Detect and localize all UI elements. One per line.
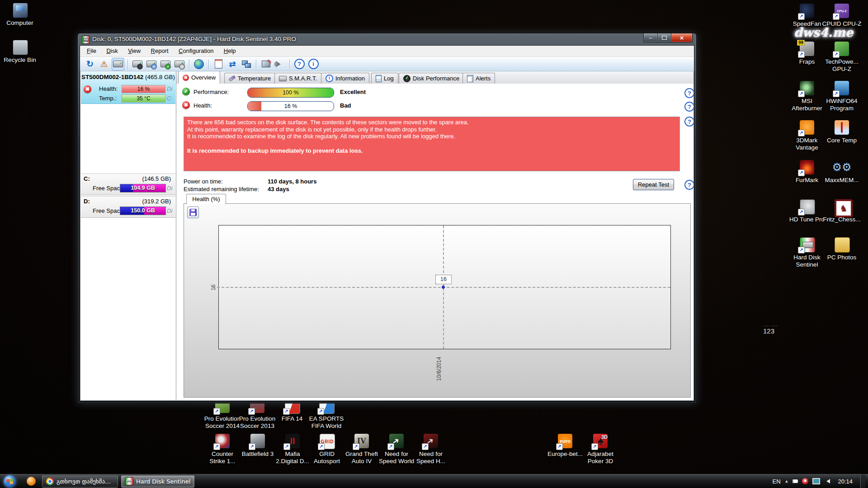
tab-temperature[interactable]: Temperature (224, 73, 275, 84)
check-badge-icon: ✓ (165, 64, 171, 70)
disk-performance-button[interactable] (131, 58, 144, 70)
language-indicator[interactable]: EN (772, 478, 780, 485)
desktop-icon-label: MaxxMEM... (819, 177, 864, 184)
show-hidden-icons-arrow[interactable]: ▲ (785, 479, 789, 483)
desktop-icon-computer[interactable]: Computer (0, 3, 42, 27)
network-tray-icon[interactable] (812, 478, 820, 484)
info-icon: i (308, 59, 319, 69)
help-button[interactable]: ? (293, 58, 306, 70)
save-chart-button[interactable] (187, 206, 199, 218)
sidebar-health-bar: 16 % (122, 85, 165, 93)
hd-sentinel-error-tray-icon[interactable]: ✖ (802, 478, 808, 484)
gauge-icon (403, 75, 410, 82)
tab-label: Alerts (476, 75, 491, 82)
desktop-icon-label: Computer (0, 19, 42, 27)
health-chart-plot[interactable]: 16 (218, 225, 671, 349)
disk-history-button[interactable] (145, 58, 158, 70)
menu-file[interactable]: File (83, 46, 100, 56)
report-problem-button[interactable] (98, 58, 110, 70)
show-desktop-button[interactable] (860, 474, 865, 488)
title-bar[interactable]: Disk: 0, ST500DM002-1BD142 [Z2AP4GJE] - … (78, 33, 696, 45)
taskbar-button-hd-sentinel[interactable]: Hard Disk Sentinel (121, 475, 194, 488)
tab-label: Log (384, 75, 394, 82)
volume-tray-icon[interactable] (824, 479, 830, 483)
desktop-icon-cpuz[interactable]: CPU-Z↗ CPUID CPU-Z (819, 4, 864, 28)
remote-computers-button[interactable] (240, 58, 253, 70)
desktop-icon-europebet[interactable]: euro↗ Europe-bet... (545, 434, 585, 458)
app-icon (82, 36, 90, 44)
error-icon (183, 75, 189, 81)
desktop-icon-adjarabet[interactable]: ♠3D↗ Adjarabet Poker 3D (580, 434, 621, 465)
minimize-button[interactable]: – (643, 33, 658, 42)
network-disks-button[interactable] (193, 58, 205, 70)
tab-label: Temperature (238, 75, 271, 82)
document-icon (215, 59, 222, 69)
desktop-icon-label: EA SPORTS FIFA World (304, 415, 349, 430)
desktop-icon-hwinfo64[interactable]: ↗ HWiNFO64 Program (819, 81, 864, 112)
refresh-button[interactable] (84, 58, 96, 70)
tab-overview[interactable]: Overview (178, 71, 220, 84)
maximize-button[interactable] (658, 33, 671, 42)
partition-size: (319.2 GB) (142, 198, 171, 205)
taskbar-orange-app-icon[interactable] (27, 477, 36, 486)
settings-button[interactable] (259, 58, 272, 70)
desktop-icon-gpuz[interactable]: ↗ TechPowe... GPU-Z (819, 42, 864, 73)
report-button[interactable] (212, 58, 225, 70)
desktop-icon-label: Core Temp (819, 137, 864, 144)
tab-information[interactable]: Information (321, 73, 369, 84)
clipped-text: C: (167, 95, 173, 102)
free-space-label: Free Space (93, 185, 123, 192)
log-document-icon (376, 75, 382, 82)
sidebar-disk-entry[interactable]: ST500DM002-1BD142 (465.8 GB) Health: 16 … (81, 72, 175, 104)
power-on-label: Power on time: (184, 178, 223, 185)
health-bar: 16 % (247, 101, 334, 111)
close-button[interactable]: × (671, 33, 693, 42)
partition-d[interactable]: D: (319.2 GB) Free Space 150.0 GB Di (81, 196, 175, 218)
warning-line: At this point, warranty replacement of t… (187, 126, 676, 133)
taskbar-button-browser[interactable]: გთხოვთ დამეხმარეთ -... (42, 475, 118, 488)
error-status-icon (84, 85, 91, 93)
crosshair-value-label: 16 (435, 275, 452, 284)
help-icon-repeat-test[interactable]: ? (684, 180, 694, 190)
tab-label: Overview (191, 74, 216, 81)
chart-tab-health[interactable]: Health (%) (186, 194, 226, 204)
partition-c[interactable]: C: (146.5 GB) Free Space 104.9 GB Di (81, 174, 175, 195)
menu-configuration[interactable]: Configuration (175, 46, 217, 56)
help-icon-warning[interactable]: ? (684, 117, 694, 127)
disk-surface-test-button[interactable] (173, 58, 186, 70)
shortcut-arrow-icon: ↗ (798, 13, 805, 20)
help-icon-performance[interactable]: ? (684, 88, 694, 98)
thermometer-icon (228, 75, 236, 81)
disk-sidebar: ST500DM002-1BD142 (465.8 GB) Health: 16 … (80, 71, 176, 401)
desktop-icon-recycle-bin[interactable]: Recycle Bin (0, 40, 42, 64)
menu-help[interactable]: Help (220, 46, 240, 56)
tab-disk-performance[interactable]: Disk Performance (399, 73, 464, 84)
recycle-bin-icon (13, 40, 28, 55)
tab-smart[interactable]: S.M.A.R.T. (274, 73, 321, 84)
about-button[interactable]: i (307, 58, 320, 70)
main-panel: Overview Temperature S.M.A.R.T. Informat… (176, 71, 694, 401)
taskbar-clock[interactable]: 20:14 (834, 478, 856, 485)
desktop-icon-nfs-h[interactable]: ↗ Need for Speed H... (410, 434, 451, 465)
menu-disk[interactable]: Disk (102, 46, 122, 56)
action-center-flag-icon[interactable] (793, 479, 798, 483)
disk-icon (113, 61, 123, 67)
desktop-icon-fritz-chess[interactable]: ♞ Fritz_Chess... (819, 199, 864, 223)
desktop-icon-pc-photos[interactable]: PC Photos (819, 237, 864, 261)
desktop-icon-counter-strike[interactable]: ↗ Counter Strike 1... (202, 434, 243, 465)
sync-button[interactable] (226, 58, 239, 70)
shortcut-arrow-icon: ↗ (798, 90, 805, 97)
disk-test-button[interactable]: ✓ (159, 58, 172, 70)
disk-view-button[interactable] (112, 58, 124, 70)
alerts-sound-button[interactable] (274, 58, 286, 70)
help-icon-health[interactable]: ? (684, 102, 694, 112)
desktop-icon-coretemp[interactable]: Core Temp (819, 120, 864, 144)
windows-flag-icon (6, 479, 13, 485)
desktop-icon-maxxmem[interactable]: ⚙⚙ MaxxMEM... (819, 160, 864, 184)
tab-alerts[interactable]: Alerts (462, 73, 495, 84)
tab-log[interactable]: Log (371, 73, 398, 84)
repeat-test-button[interactable]: Repeat Test (633, 179, 674, 190)
menu-view[interactable]: View (124, 46, 145, 56)
start-button[interactable] (4, 475, 16, 488)
menu-report[interactable]: Report (147, 46, 173, 56)
